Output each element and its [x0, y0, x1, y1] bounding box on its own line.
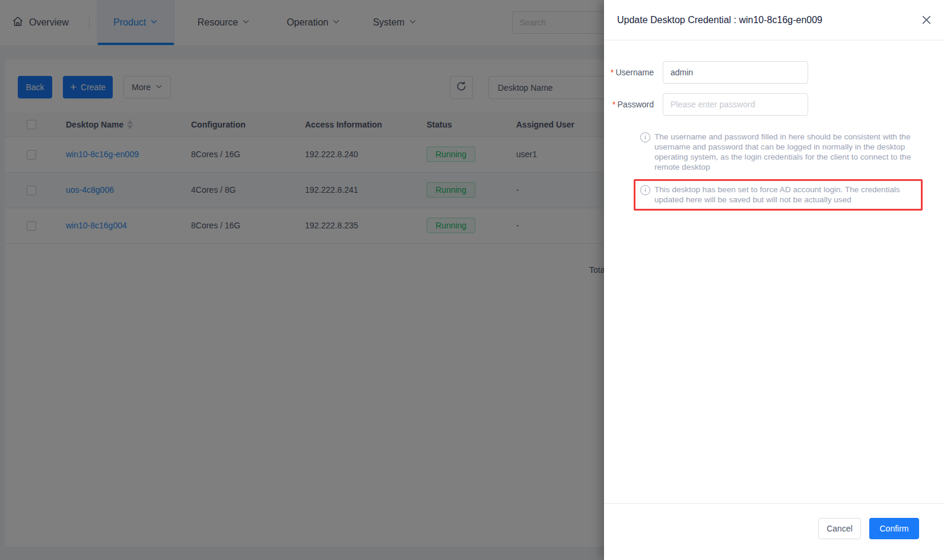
ad-login-warning-highlight: i This desktop has been set to force AD …: [634, 179, 923, 211]
credential-info-note: i The username and password filled in he…: [640, 132, 920, 172]
username-form-row: *Username: [604, 61, 944, 84]
ad-login-warning-note: i This desktop has been set to force AD …: [640, 184, 917, 205]
required-marker: *: [612, 100, 615, 109]
info-icon: i: [640, 185, 650, 195]
drawer-header: Update Desktop Credential : win10-8c16g-…: [604, 0, 944, 40]
update-credential-drawer: Update Desktop Credential : win10-8c16g-…: [604, 0, 944, 560]
drawer-footer: Cancel Confirm: [604, 503, 944, 560]
note-text: This desktop has been set to force AD ac…: [654, 184, 917, 205]
password-form-row: *Password: [604, 93, 944, 116]
info-icon: i: [640, 132, 650, 142]
close-icon[interactable]: [922, 15, 931, 24]
required-marker: *: [611, 68, 614, 77]
password-label: *Password: [604, 100, 654, 110]
cancel-button[interactable]: Cancel: [818, 518, 861, 539]
note-text: The username and password filled in here…: [654, 132, 920, 172]
confirm-button[interactable]: Confirm: [869, 518, 919, 539]
password-field[interactable]: [663, 93, 808, 116]
drawer-body: *Username *Password i The username and p…: [604, 40, 944, 503]
drawer-title: Update Desktop Credential : win10-8c16g-…: [617, 15, 822, 26]
username-field[interactable]: [663, 61, 808, 84]
username-label: *Username: [604, 68, 654, 78]
